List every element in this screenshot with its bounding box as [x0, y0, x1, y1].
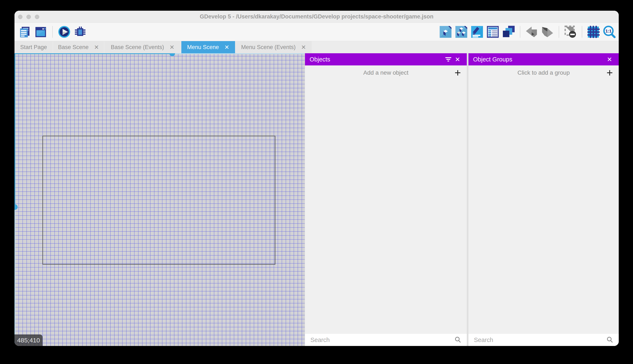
object-groups-panel: Object Groups ✕ Click to add a group + [468, 53, 619, 346]
editor-tab-bar: Start Page Base Scene ✕ Base Scene (Even… [15, 41, 619, 53]
vertical-scrollbar-thumb[interactable] [15, 53, 15, 207]
objects-panel-title: Objects [309, 56, 330, 63]
app-window: GDevelop 5 - /Users/dkarakay/Documents/G… [15, 11, 619, 346]
add-plus-icon[interactable]: + [606, 67, 613, 78]
start-page-icon[interactable] [34, 25, 47, 38]
zoom-ratio-label: 1:1 [605, 29, 611, 33]
add-object-row[interactable]: Add a new object + [305, 66, 467, 80]
horizontal-scrollbar-thumb[interactable] [15, 53, 172, 54]
preview-play-icon[interactable] [58, 25, 71, 38]
redo-icon[interactable] [541, 25, 554, 38]
objects-list-empty [305, 80, 467, 334]
object-groups-list-empty [468, 80, 619, 334]
objects-panel: Objects ✕ Add a new object + [305, 53, 467, 346]
project-manager-icon[interactable] [18, 25, 31, 38]
tab-close-icon[interactable]: ✕ [170, 44, 174, 51]
filter-icon[interactable] [444, 55, 453, 64]
editor-content: 485;410 Objects ✕ Add a new object + [15, 53, 619, 346]
scene-canvas[interactable]: 485;410 [15, 53, 305, 346]
add-group-row[interactable]: Click to add a group + [468, 66, 619, 80]
vertical-scrollbar-knob[interactable] [15, 204, 18, 210]
object-groups-search-row [468, 334, 619, 346]
instances-list-icon[interactable] [486, 25, 499, 38]
object-groups-panel-title: Object Groups [473, 56, 512, 63]
zoom-1-1-icon[interactable]: 1:1 [603, 25, 616, 38]
tab-menu-scene[interactable]: Menu Scene ✕ [181, 41, 235, 53]
add-object-label: Add a new object [305, 70, 467, 76]
objects-editor-icon[interactable] [439, 25, 452, 38]
objects-search-row [305, 334, 467, 346]
tab-menu-scene-events[interactable]: Menu Scene (Events) ✕ [235, 41, 312, 53]
tab-base-scene[interactable]: Base Scene ✕ [53, 41, 104, 53]
close-icon[interactable]: ✕ [453, 55, 462, 64]
tab-base-scene-events[interactable]: Base Scene (Events) ✕ [104, 41, 181, 53]
toolbar-separator [559, 26, 559, 38]
tab-close-icon[interactable]: ✕ [94, 44, 99, 51]
object-groups-editor-icon[interactable] [455, 25, 468, 38]
cursor-coordinates-badge: 485;410 [15, 334, 43, 346]
search-icon[interactable] [606, 336, 614, 344]
tab-label: Menu Scene [187, 44, 219, 50]
tab-label: Base Scene (Events) [111, 44, 164, 50]
tab-label: Menu Scene (Events) [241, 44, 296, 50]
objects-panel-header: Objects ✕ [305, 53, 467, 66]
panel-resize-divider[interactable] [467, 53, 468, 346]
vertical-scrollbar-track[interactable] [15, 207, 15, 346]
objects-search-input[interactable] [305, 334, 467, 346]
toolbar-separator [52, 26, 53, 38]
horizontal-scrollbar-knob[interactable] [169, 53, 175, 56]
add-group-label: Click to add a group [468, 70, 619, 76]
grid-toggle-icon[interactable] [587, 25, 600, 38]
tab-label: Base Scene [58, 44, 89, 50]
tab-label: Start Page [20, 44, 47, 50]
object-groups-panel-header: Object Groups ✕ [468, 53, 619, 66]
tab-close-icon[interactable]: ✕ [301, 44, 306, 51]
undo-icon[interactable] [525, 25, 538, 38]
debug-icon[interactable] [74, 25, 87, 38]
toolbar-right-group: 1:1 [439, 23, 616, 41]
horizontal-scrollbar-track[interactable] [172, 53, 305, 54]
toolbar-separator [582, 26, 582, 38]
title-bar: GDevelop 5 - /Users/dkarakay/Documents/G… [15, 11, 619, 23]
main-toolbar: 1:1 [15, 23, 619, 41]
toolbar-left-group [15, 25, 87, 38]
object-groups-search-input[interactable] [468, 334, 619, 346]
scene-window-frame [42, 136, 275, 264]
properties-icon[interactable] [471, 25, 484, 38]
search-icon[interactable] [454, 336, 462, 344]
layers-icon[interactable] [502, 25, 515, 38]
tab-close-icon[interactable]: ✕ [224, 44, 229, 51]
tab-start-page[interactable]: Start Page [15, 41, 53, 53]
toolbar-separator [520, 26, 520, 38]
mask-toggle-icon[interactable] [564, 25, 577, 38]
add-plus-icon[interactable]: + [455, 67, 461, 78]
window-title: GDevelop 5 - /Users/dkarakay/Documents/G… [15, 11, 619, 23]
close-icon[interactable]: ✕ [605, 55, 614, 64]
